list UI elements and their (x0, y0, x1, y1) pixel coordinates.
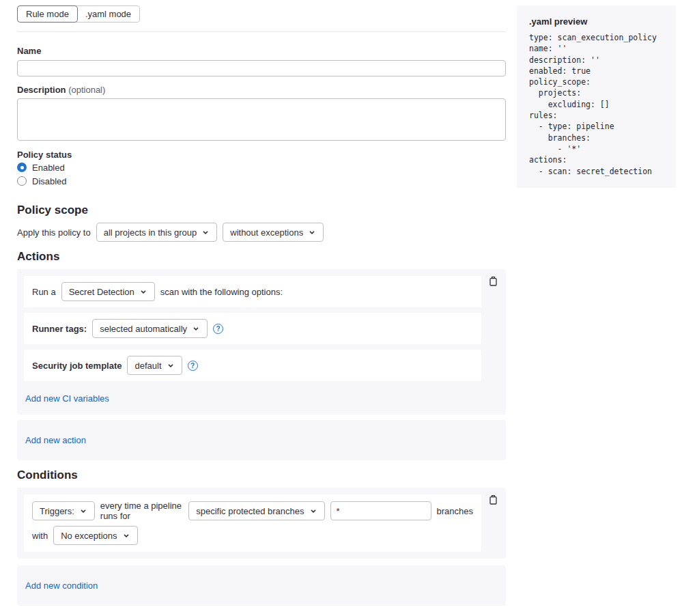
yaml-line: - type: pipeline (529, 121, 676, 132)
chevron-down-icon (309, 507, 317, 515)
description-optional-text: (optional) (68, 85, 105, 95)
status-option-disabled[interactable]: Disabled (17, 175, 506, 187)
condition-row-1: Triggers: every time a pipeline runs for… (32, 501, 473, 520)
name-input[interactable] (17, 60, 506, 76)
branch-type-dropdown-label: specific protected branches (196, 506, 304, 516)
yaml-line: enabled: true (529, 66, 676, 76)
projects-scope-dropdown-label: all projects in this group (104, 227, 197, 238)
exceptions-scope-dropdown[interactable]: without exceptions (223, 223, 324, 242)
add-action-panel: Add new action (17, 420, 506, 460)
yaml-mode-button[interactable]: .yaml mode (77, 6, 139, 22)
projects-scope-dropdown[interactable]: all projects in this group (96, 223, 218, 242)
delete-action-button[interactable] (487, 275, 499, 288)
editor-mode-toggle: Rule mode .yaml mode (17, 5, 140, 23)
branches-suffix-text: branches (437, 506, 473, 516)
branch-type-dropdown[interactable]: specific protected branches (188, 501, 324, 520)
divider (17, 31, 506, 32)
name-label: Name (17, 46, 506, 56)
yaml-line: type: scan_execution_policy (529, 32, 676, 43)
chevron-down-icon (139, 288, 147, 296)
ci-variables-link-row: Add new CI variables (24, 387, 499, 408)
rule-mode-button[interactable]: Rule mode (18, 6, 77, 22)
runner-tags-label: Runner tags: (32, 324, 87, 334)
triggers-dropdown-label: Triggers: (40, 506, 74, 516)
job-template-dropdown-label: default (134, 361, 161, 371)
chevron-down-icon (122, 531, 130, 540)
radio-disabled[interactable] (17, 176, 27, 186)
policy-editor-main: Rule mode .yaml mode Name Description (o… (17, 5, 506, 616)
chevron-down-icon (79, 507, 87, 515)
branch-pattern-input[interactable] (330, 501, 431, 520)
chevron-down-icon (167, 361, 175, 369)
delete-condition-button[interactable] (487, 493, 499, 506)
policy-scope-row: Apply this policy to all projects in thi… (17, 223, 506, 242)
scan-options-text: scan with the following options: (160, 287, 283, 297)
condition-panel: Triggers: every time a pipeline runs for… (17, 488, 506, 559)
policy-editor-page: Rule mode .yaml mode Name Description (o… (0, 0, 682, 616)
condition-row-2: with No exceptions (32, 526, 473, 545)
job-template-label: Security job template (32, 361, 122, 371)
yaml-preview-panel: .yaml preview type: scan_execution_polic… (517, 5, 676, 188)
job-template-row: Security job template default ? (24, 350, 481, 381)
scan-type-dropdown[interactable]: Secret Detection (61, 282, 155, 301)
yaml-line: policy_scope: (529, 76, 676, 87)
run-a-text: Run a (32, 287, 56, 297)
trash-icon (489, 276, 498, 286)
yaml-line: excluding: [] (529, 99, 676, 110)
apply-policy-text: Apply this policy to (17, 227, 91, 238)
scan-action-row: Run a Secret Detection scan with the fol… (24, 276, 481, 307)
yaml-line: rules: (529, 110, 676, 121)
chevron-down-icon (201, 228, 210, 236)
runner-tags-dropdown-label: selected automatically (100, 324, 187, 334)
actions-heading: Actions (17, 250, 506, 264)
yaml-line: projects: (529, 87, 676, 98)
status-option-enabled[interactable]: Enabled (17, 161, 506, 173)
pipeline-runs-text: every time a pipeline runs for (100, 501, 183, 521)
add-action-link[interactable]: Add new action (25, 435, 86, 445)
description-input[interactable] (17, 98, 506, 141)
with-text: with (32, 531, 48, 541)
runner-tags-row: Runner tags: selected automatically ? (24, 313, 481, 344)
radio-disabled-label: Disabled (32, 176, 67, 186)
yaml-preview-title: .yaml preview (529, 16, 676, 27)
chevron-down-icon (308, 228, 316, 236)
yaml-line: - '*' (529, 143, 676, 154)
yaml-line: actions: (529, 154, 676, 165)
yaml-line: description: '' (529, 55, 676, 66)
yaml-line: name: '' (529, 43, 676, 54)
add-ci-variables-link[interactable]: Add new CI variables (25, 393, 109, 404)
add-condition-panel: Add new condition (17, 565, 506, 606)
add-condition-link[interactable]: Add new condition (25, 580, 98, 591)
trash-icon (489, 494, 498, 505)
exceptions-scope-dropdown-label: without exceptions (230, 227, 303, 238)
job-template-dropdown[interactable]: default (127, 356, 182, 375)
policy-status-label: Policy status (17, 150, 506, 160)
description-label-text: Description (17, 85, 66, 95)
branch-exceptions-dropdown-label: No exceptions (61, 531, 117, 541)
description-label: Description (optional) (17, 85, 506, 95)
conditions-heading: Conditions (17, 468, 506, 482)
help-icon[interactable]: ? (213, 324, 223, 334)
chevron-down-icon (192, 324, 200, 333)
help-icon[interactable]: ? (188, 361, 198, 371)
radio-enabled[interactable] (17, 163, 27, 172)
action-panel: Run a Secret Detection scan with the fol… (17, 269, 506, 415)
scan-type-dropdown-label: Secret Detection (69, 287, 134, 297)
add-action-link-row: Add new action (24, 427, 499, 453)
triggers-dropdown[interactable]: Triggers: (32, 501, 95, 520)
condition-card: Triggers: every time a pipeline runs for… (24, 494, 481, 552)
yaml-line: branches: (529, 132, 676, 143)
add-condition-link-row: Add new condition (24, 572, 499, 599)
branch-exceptions-dropdown[interactable]: No exceptions (53, 526, 137, 545)
runner-tags-dropdown[interactable]: selected automatically (92, 319, 208, 338)
radio-enabled-label: Enabled (32, 163, 65, 173)
policy-scope-heading: Policy scope (17, 204, 506, 217)
yaml-line: - scan: secret_detection (529, 166, 676, 177)
